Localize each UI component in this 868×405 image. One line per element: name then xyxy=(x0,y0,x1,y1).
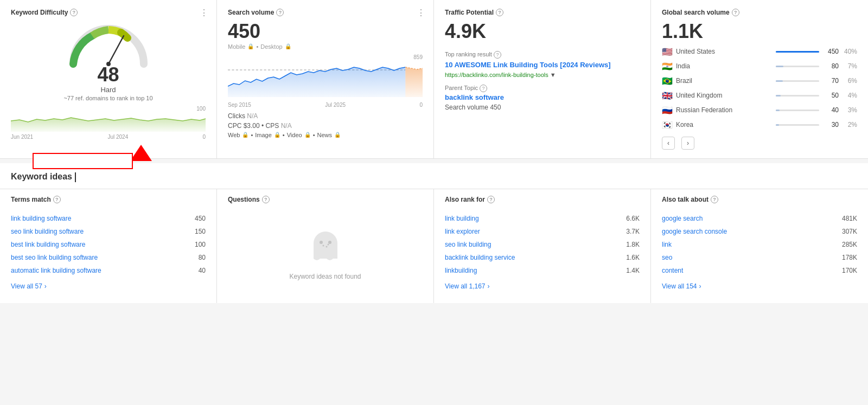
web-lock-icon: 🔒 xyxy=(242,132,248,138)
parent-topic-help-icon[interactable]: ? xyxy=(480,85,487,92)
gauge-label: Hard xyxy=(100,86,116,94)
also-talk-about-item: google search console307K xyxy=(662,225,857,238)
kw-vol: 3.7K xyxy=(626,228,640,235)
also-rank-for-item: link building6.6K xyxy=(445,212,640,225)
serp-types: Web 🔒 • Image 🔒 • Video 🔒 • News 🔒 xyxy=(228,132,423,138)
terms-match-item: best seo link building software80 xyxy=(11,251,206,264)
search-volume-card: Search volume ? ⋮ 450 Mobile 🔒 • Desktop… xyxy=(217,0,434,158)
also-talk-about-help-icon[interactable]: ? xyxy=(711,196,718,203)
kw-link[interactable]: link building xyxy=(445,215,479,222)
kd-mini-chart: 100 xyxy=(11,106,206,133)
result-url[interactable]: https://backlinko.com/link-building-tool… xyxy=(445,72,640,78)
kw-vol: 150 xyxy=(195,228,206,235)
also-talk-about-view-all[interactable]: View all 154 › xyxy=(662,277,857,292)
svg-line-0 xyxy=(108,36,124,64)
questions-help-icon[interactable]: ? xyxy=(262,196,270,203)
kw-vol: 6.6K xyxy=(626,215,640,222)
kw-link[interactable]: link building software xyxy=(11,215,71,222)
gauge-sublabel: ~77 ref. domains to rank in top 10 xyxy=(63,95,152,101)
terms-match-item: seo link building software150 xyxy=(11,225,206,238)
chart-bottom-labels: Sep 2015 Jul 2025 0 xyxy=(228,102,423,108)
country-vol: 40 xyxy=(822,106,839,114)
search-volume-more-icon[interactable]: ⋮ xyxy=(417,8,426,18)
country-bar xyxy=(776,110,780,111)
kw-link[interactable]: google search xyxy=(662,215,703,222)
questions-col: Questions ? Keyword ideas not found xyxy=(217,189,434,303)
kw-link[interactable]: seo link building software xyxy=(11,228,84,235)
terms-match-items: link building software450seo link buildi… xyxy=(11,212,206,277)
terms-match-view-all[interactable]: View all 57 › xyxy=(11,277,206,292)
also-talk-about-item: google search481K xyxy=(662,212,857,225)
also-rank-for-help-icon[interactable]: ? xyxy=(487,196,495,203)
country-name: Brazil xyxy=(676,77,773,85)
kw-link[interactable]: backlink building service xyxy=(445,254,515,261)
also-rank-for-view-all[interactable]: View all 1,167 › xyxy=(445,277,640,292)
also-talk-about-item: seo178K xyxy=(662,251,857,264)
country-bar-wrap xyxy=(776,66,819,67)
svg-point-10 xyxy=(322,245,324,247)
parent-topic-label: Parent Topic ? xyxy=(445,85,640,92)
kw-link[interactable]: automatic link building software xyxy=(11,267,101,274)
prev-arrow[interactable]: ‹ xyxy=(662,137,675,150)
search-volume-help-icon[interactable]: ? xyxy=(276,9,284,16)
keyword-difficulty-help-icon[interactable]: ? xyxy=(70,9,78,16)
also-rank-for-header: Also rank for ? xyxy=(445,196,640,207)
country-flag: 🇰🇷 xyxy=(662,120,673,130)
country-pct: 4% xyxy=(842,92,857,99)
next-arrow[interactable]: › xyxy=(681,137,694,150)
country-flag: 🇧🇷 xyxy=(662,76,673,86)
kw-vol: 1.6K xyxy=(626,254,640,261)
country-flag: 🇺🇸 xyxy=(662,47,673,57)
chart-max-label: 859 xyxy=(413,54,423,60)
svg-point-9 xyxy=(328,241,331,244)
country-bar xyxy=(776,51,819,53)
parent-topic-link[interactable]: backlink software xyxy=(445,93,640,101)
kw-link[interactable]: google search console xyxy=(662,228,727,235)
kw-link[interactable]: best seo link building software xyxy=(11,254,98,261)
traffic-potential-value: 4.9K xyxy=(445,21,640,42)
kw-link[interactable]: linkbuilding xyxy=(445,267,477,274)
also-rank-for-items: link building6.6Klink explorer3.7Kseo li… xyxy=(445,212,640,277)
traffic-potential-card: Traffic Potential ? 4.9K Top ranking res… xyxy=(434,0,651,158)
result-title[interactable]: 10 AWESOME Link Building Tools [2024 Rev… xyxy=(445,61,640,70)
also-talk-about-col: Also talk about ? google search481Kgoogl… xyxy=(651,189,868,303)
kw-vol: 100 xyxy=(195,241,206,248)
country-vol: 50 xyxy=(822,92,839,99)
kw-link[interactable]: best link building software xyxy=(11,241,85,248)
keyword-difficulty-more-icon[interactable]: ⋮ xyxy=(200,8,209,18)
gauge-container: 48 Hard ~77 ref. domains to rank in top … xyxy=(11,21,206,101)
country-bar xyxy=(776,66,783,67)
kw-link[interactable]: link xyxy=(662,241,672,248)
country-vol: 70 xyxy=(822,77,839,85)
kw-vol: 481K xyxy=(842,215,857,222)
kw-link[interactable]: seo xyxy=(662,254,672,261)
also-talk-about-item: link285K xyxy=(662,238,857,251)
terms-match-help-icon[interactable]: ? xyxy=(53,196,61,203)
search-volume-sub: Mobile 🔒 • Desktop 🔒 xyxy=(228,43,423,50)
kw-link[interactable]: content xyxy=(662,267,683,274)
kw-vol: 40 xyxy=(199,267,206,274)
kw-vol: 450 xyxy=(195,215,206,222)
image-lock-icon: 🔒 xyxy=(274,132,280,138)
search-volume-chart-area: 859 xyxy=(228,54,423,98)
cursor-blink xyxy=(75,172,76,182)
kw-vol: 170K xyxy=(842,267,857,274)
questions-not-found: Keyword ideas not found xyxy=(228,212,423,297)
country-vol: 30 xyxy=(822,121,839,128)
traffic-potential-help-icon[interactable]: ? xyxy=(496,9,503,16)
keyword-ideas-header: Keyword ideas xyxy=(0,172,868,189)
top-ranking-label: Top ranking result ? xyxy=(445,51,640,59)
country-row: 🇬🇧 United Kingdom 50 4% xyxy=(662,91,857,101)
cpc-metric: CPC $3.00 • CPS N/A xyxy=(228,122,423,130)
country-flag: 🇷🇺 xyxy=(662,105,673,115)
keyword-ideas-grid: Terms match ? link building software450s… xyxy=(0,189,868,303)
kw-link[interactable]: seo link building xyxy=(445,241,491,248)
questions-header: Questions ? xyxy=(228,196,423,207)
country-bar-wrap xyxy=(776,110,819,111)
top-ranking-help-icon[interactable]: ? xyxy=(494,51,501,59)
global-search-volume-help-icon[interactable]: ? xyxy=(732,9,739,16)
country-row: 🇰🇷 Korea 30 2% xyxy=(662,120,857,130)
kw-link[interactable]: link explorer xyxy=(445,228,480,235)
gauge-svg xyxy=(65,21,152,69)
country-flag: 🇬🇧 xyxy=(662,91,673,101)
